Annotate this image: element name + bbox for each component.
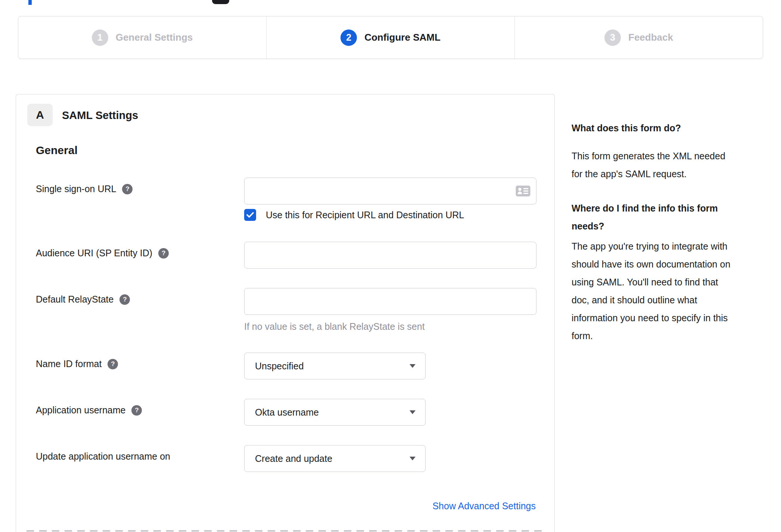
text-line: needs? — [572, 217, 769, 235]
text-line: doc, and it should outline what — [572, 291, 769, 309]
update-app-username-label-row: Update application username on — [36, 451, 170, 462]
sso-url-input[interactable] — [244, 178, 536, 204]
relay-state-label: Default RelayState — [36, 294, 113, 305]
recipient-destination-checkbox[interactable] — [244, 209, 256, 221]
name-id-format-label: Name ID format — [36, 359, 102, 369]
text-line: form. — [572, 327, 769, 345]
app-username-select[interactable]: Okta username — [244, 399, 426, 426]
sidebar-question-2: Where do I find the info this form needs… — [572, 199, 769, 235]
app-username-label: Application username — [36, 405, 125, 416]
update-app-username-label: Update application username on — [36, 451, 170, 462]
text-line: for the app's SAML request. — [572, 165, 769, 183]
app-username-value: Okta username — [255, 407, 319, 418]
app-username-label-row: Application username — [36, 405, 142, 416]
caret-down-icon — [410, 410, 416, 414]
section-a-badge: A — [27, 104, 53, 126]
relay-state-input-wrap — [244, 288, 536, 315]
clipped-page-title-fragment — [28, 0, 32, 5]
text-line: This form generates the XML needed — [572, 147, 769, 165]
contact-card-autofill-icon[interactable] — [516, 185, 530, 197]
text-line: should have its own documentation on — [572, 255, 769, 273]
relay-state-helper-text: If no value is set, a blank RelayState i… — [244, 321, 425, 332]
sso-url-label: Single sign-on URL — [36, 184, 116, 194]
caret-down-icon — [410, 457, 416, 460]
panel-title: SAML Settings — [62, 109, 138, 122]
wizard-stepper: 1 General Settings 2 Configure SAML 3 Fe… — [18, 16, 763, 59]
show-advanced-settings-link[interactable]: Show Advanced Settings — [432, 501, 536, 511]
sidebar-answer-2: The app you're trying to integrate with … — [572, 237, 769, 345]
name-id-format-label-row: Name ID format — [36, 359, 118, 369]
relay-state-label-row: Default RelayState — [36, 294, 130, 305]
recipient-destination-checkbox-label: Use this for Recipient URL and Destinati… — [266, 210, 464, 220]
audience-uri-label: Audience URI (SP Entity ID) — [36, 248, 152, 259]
text-line: Where do I find the info this form — [572, 199, 769, 217]
saml-settings-panel: A SAML Settings General Single sign-on U… — [16, 94, 555, 532]
sidebar-question-1: What does this form do? — [572, 123, 769, 133]
step-number-badge: 2 — [340, 29, 357, 46]
step-number-badge: 1 — [92, 29, 108, 46]
general-section-title: General — [36, 144, 78, 157]
sso-url-label-row: Single sign-on URL — [36, 184, 133, 194]
step-feedback[interactable]: 3 Feedback — [514, 16, 763, 59]
saml-configuration-page: 1 General Settings 2 Configure SAML 3 Fe… — [0, 0, 781, 532]
name-id-format-select[interactable]: Unspecified — [244, 353, 426, 379]
sso-url-input-wrap — [244, 178, 536, 204]
step-label: Configure SAML — [364, 32, 441, 43]
name-id-format-value: Unspecified — [255, 361, 304, 372]
help-icon[interactable] — [131, 405, 142, 416]
text-line: information you need to specify in this — [572, 309, 769, 327]
audience-uri-label-row: Audience URI (SP Entity ID) — [36, 248, 169, 259]
attribute-section-dashed-divider — [27, 530, 544, 532]
help-sidebar: What does this form do? This form genera… — [572, 123, 769, 345]
step-label: Feedback — [628, 32, 673, 43]
text-line: using SAML. You'll need to find that — [572, 273, 769, 291]
step-label: General Settings — [116, 32, 193, 43]
help-icon[interactable] — [158, 248, 169, 259]
audience-uri-input-wrap — [244, 242, 536, 269]
audience-uri-input[interactable] — [244, 242, 536, 269]
step-general-settings[interactable]: 1 General Settings — [18, 16, 266, 59]
update-app-username-value: Create and update — [255, 453, 332, 464]
step-configure-saml[interactable]: 2 Configure SAML — [266, 16, 514, 59]
update-app-username-select[interactable]: Create and update — [244, 445, 426, 472]
caret-down-icon — [410, 364, 416, 368]
sidebar-answer-1: This form generates the XML needed for t… — [572, 147, 769, 183]
help-icon[interactable] — [119, 294, 130, 305]
help-icon[interactable] — [108, 359, 118, 369]
clipped-header-icon — [212, 0, 229, 4]
help-icon[interactable] — [122, 184, 133, 194]
checkmark-icon — [246, 212, 254, 218]
step-number-badge: 3 — [604, 29, 621, 46]
relay-state-input[interactable] — [244, 288, 536, 315]
text-line: The app you're trying to integrate with — [572, 237, 769, 255]
